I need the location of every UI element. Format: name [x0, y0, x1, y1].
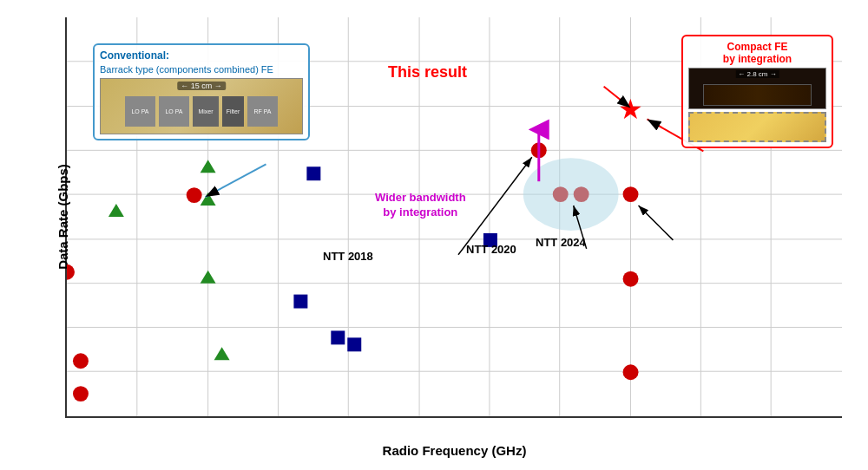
compact-callout: Compact FEby integration ← 2.8 cm → — [681, 35, 833, 148]
svg-point-54 — [73, 353, 89, 369]
compact-image-top: ← 2.8 cm → — [688, 68, 826, 109]
svg-point-63 — [523, 158, 619, 231]
svg-marker-48 — [108, 204, 124, 217]
svg-point-55 — [73, 386, 89, 401]
svg-marker-52 — [214, 347, 230, 360]
compact-title: Compact FEby integration — [688, 41, 826, 65]
ntt-2020-label: NTT 2020 — [466, 243, 516, 256]
svg-line-70 — [206, 164, 266, 197]
y-axis-label: Data Rate (Gbps) — [56, 164, 70, 270]
chart-container: Data Rate (Gbps) Radio Frequency (GHz) — [0, 0, 868, 470]
conventional-title: Conventional: — [100, 49, 303, 62]
svg-point-57 — [531, 142, 547, 158]
conventional-image: ← 15 cm → LO PA LO PA Mixer Filter RF PA — [100, 78, 303, 134]
conventional-callout: Conventional: Barrack type (components c… — [93, 43, 310, 140]
svg-marker-50 — [201, 160, 216, 173]
ntt-2018-label: NTT 2018 — [323, 250, 373, 263]
svg-line-69 — [639, 206, 674, 240]
svg-line-65 — [604, 87, 631, 108]
x-axis-label: Radio Frequency (GHz) — [383, 443, 527, 458]
wider-bandwidth-label: Wider bandwidthby integration — [375, 191, 466, 220]
svg-line-67 — [458, 157, 532, 255]
conventional-subtitle: Barrack type (components combined) FE — [100, 64, 303, 75]
svg-point-60 — [623, 186, 639, 202]
svg-point-62 — [623, 364, 639, 380]
this-result-label: This result — [388, 63, 467, 82]
svg-marker-51 — [201, 271, 216, 284]
svg-marker-49 — [201, 193, 216, 206]
ntt-2024-label: NTT 2024 — [536, 236, 586, 249]
svg-rect-46 — [331, 330, 345, 344]
svg-point-61 — [623, 271, 639, 287]
svg-text:★: ★ — [618, 95, 643, 126]
svg-rect-44 — [293, 295, 307, 309]
svg-rect-47 — [347, 337, 361, 351]
chart-area: Data Rate (Gbps) Radio Frequency (GHz) — [65, 17, 842, 418]
svg-rect-43 — [306, 166, 320, 180]
svg-point-58 — [553, 186, 569, 202]
compact-image-bottom — [688, 112, 826, 142]
svg-point-56 — [187, 187, 202, 203]
svg-point-59 — [574, 186, 589, 202]
